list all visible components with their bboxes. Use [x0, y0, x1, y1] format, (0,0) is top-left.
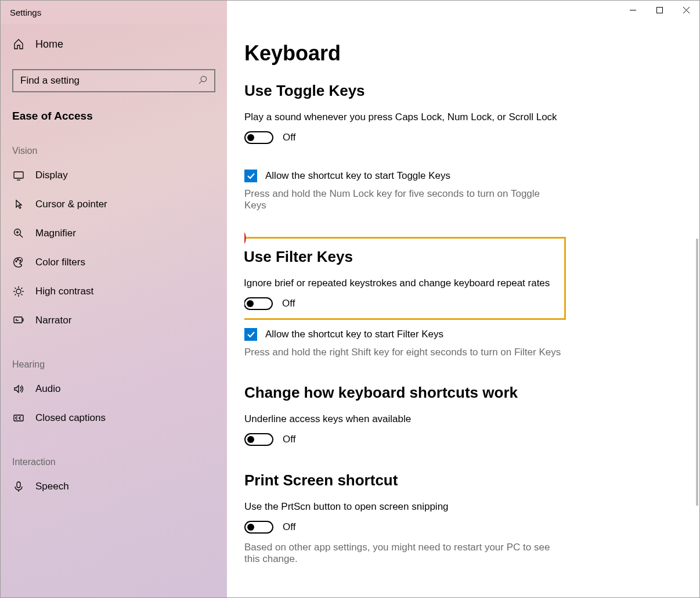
nav-audio[interactable]: Audio [1, 374, 227, 404]
section-vision: Vision [1, 139, 227, 161]
svg-line-23 [21, 288, 23, 289]
display-icon [12, 169, 25, 182]
nav-label: Display [35, 170, 68, 181]
svg-line-9 [20, 235, 23, 237]
audio-icon [12, 383, 25, 395]
underline-access-switch[interactable] [244, 433, 273, 446]
nav-display[interactable]: Display [1, 161, 227, 190]
home-icon [12, 38, 25, 51]
svg-line-20 [15, 288, 16, 289]
svg-point-13 [17, 259, 19, 260]
page-title: Keyboard [244, 41, 676, 66]
svg-point-4 [201, 76, 206, 81]
filter-keys-heading: Use Filter Keys [244, 248, 557, 266]
toggle-keys-switch[interactable] [244, 131, 273, 144]
svg-rect-24 [14, 317, 22, 323]
nav-label: Narrator [35, 315, 71, 326]
printscreen-help: Based on other app settings, you might n… [244, 542, 558, 565]
captions-icon [12, 412, 25, 424]
filter-keys-switch[interactable] [244, 297, 273, 310]
svg-point-15 [16, 289, 21, 294]
search-input[interactable] [12, 69, 215, 92]
maximize-button[interactable] [646, 1, 673, 19]
magnifier-icon [12, 227, 25, 240]
nav-high-contrast[interactable]: High contrast [1, 277, 227, 306]
filter-keys-shortcut-checkbox[interactable] [244, 328, 257, 341]
narrator-icon [12, 314, 25, 327]
filter-keys-highlight: 3 Use Filter Keys Ignore brief or repeat… [244, 237, 566, 320]
sidebar-header: Ease of Access [1, 104, 227, 139]
titlebar: Settings [1, 1, 699, 24]
home-link[interactable]: Home [1, 30, 227, 59]
toggle-keys-heading: Use Toggle Keys [244, 82, 676, 100]
section-hearing: Hearing [1, 352, 227, 374]
nav-label: Closed captions [35, 412, 106, 424]
printscreen-heading: Print Screen shortcut [244, 471, 676, 489]
palette-icon [12, 256, 25, 269]
nav-label: Magnifier [35, 228, 76, 239]
svg-rect-1 [656, 7, 662, 13]
nav-label: Color filters [35, 257, 85, 268]
close-button[interactable] [673, 1, 699, 19]
nav-speech[interactable]: Speech [1, 472, 227, 501]
nav-label: Audio [35, 383, 60, 395]
printscreen-desc: Use the PrtScn button to open screen sni… [244, 501, 676, 513]
filter-keys-checkbox-label: Allow the shortcut key to start Filter K… [265, 329, 443, 340]
shortcuts-heading: Change how keyboard shortcuts work [244, 384, 676, 402]
toggle-keys-desc: Play a sound whenever you press Caps Loc… [244, 111, 676, 123]
titlebar-left: Settings [1, 1, 619, 24]
section-interaction: Interaction [1, 450, 227, 472]
nav-label: Cursor & pointer [35, 199, 107, 210]
toggle-keys-checkbox-label: Allow the shortcut key to start Toggle K… [265, 170, 450, 182]
scrollbar[interactable] [696, 239, 698, 506]
svg-line-5 [199, 81, 201, 83]
nav-narrator[interactable]: Narrator [1, 306, 227, 335]
nav-cursor[interactable]: Cursor & pointer [1, 190, 227, 219]
cursor-icon [12, 198, 25, 211]
svg-line-22 [15, 294, 16, 296]
search-icon [199, 75, 207, 87]
search-field[interactable] [20, 75, 199, 87]
nav-label: Speech [35, 481, 69, 492]
svg-line-21 [21, 294, 23, 296]
svg-rect-6 [14, 172, 23, 178]
contrast-icon [12, 285, 25, 298]
nav-color-filters[interactable]: Color filters [1, 248, 227, 277]
window-controls [619, 1, 699, 19]
underline-access-state: Off [283, 434, 295, 445]
toggle-keys-shortcut-checkbox[interactable] [244, 170, 257, 182]
filter-keys-desc: Ignore brief or repeated keystrokes and … [244, 278, 557, 289]
filter-keys-help: Press and hold the right Shift key for e… [244, 347, 593, 358]
printscreen-state: Off [283, 521, 295, 533]
home-label: Home [35, 38, 63, 51]
mic-icon [12, 480, 25, 493]
printscreen-switch[interactable] [244, 521, 273, 534]
svg-point-12 [16, 261, 17, 262]
filter-keys-state: Off [282, 298, 295, 309]
sidebar: Home Ease of Access Vision Display Curso… [1, 24, 227, 597]
window-title: Settings [10, 8, 41, 17]
content: Keyboard Use Toggle Keys Play a sound wh… [227, 24, 699, 597]
svg-point-14 [20, 260, 21, 261]
toggle-keys-help: Press and hold the Num Lock key for five… [244, 188, 558, 211]
shortcuts-desc: Underline access keys when available [244, 413, 676, 425]
nav-label: High contrast [35, 286, 93, 297]
nav-closed-captions[interactable]: Closed captions [1, 404, 227, 433]
toggle-keys-state: Off [283, 132, 295, 143]
minimize-button[interactable] [619, 1, 646, 19]
nav-magnifier[interactable]: Magnifier [1, 219, 227, 248]
svg-rect-28 [17, 482, 20, 488]
